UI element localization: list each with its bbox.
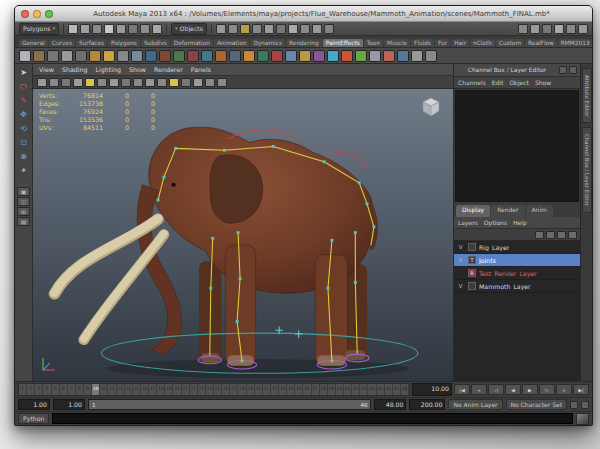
- panel-menu-view[interactable]: View: [39, 66, 54, 73]
- status-icon[interactable]: [140, 24, 150, 34]
- panel-menu-shading[interactable]: Shading: [62, 66, 88, 73]
- shelf-tab-realflow[interactable]: RealFlow: [525, 39, 557, 47]
- status-icon[interactable]: [324, 24, 334, 34]
- move-tool[interactable]: ✥: [17, 108, 31, 121]
- shelf-tab-hair[interactable]: Hair: [451, 39, 469, 47]
- current-time-field[interactable]: 10.00: [412, 383, 452, 396]
- shelf-icon[interactable]: [271, 50, 283, 62]
- layer-visibility-toggle[interactable]: V: [456, 257, 465, 263]
- status-icon[interactable]: [104, 24, 114, 34]
- shelf-tab-general[interactable]: General: [19, 39, 48, 47]
- timeline-frame-16[interactable]: 16: [141, 384, 149, 395]
- close-button[interactable]: [21, 10, 29, 18]
- panel-toolbar-icon[interactable]: [145, 78, 155, 87]
- timeline-frame-3[interactable]: 3: [35, 384, 43, 395]
- auto-keyframe-icon[interactable]: [570, 401, 578, 409]
- status-icon[interactable]: [578, 24, 588, 34]
- timeline-frame-22[interactable]: 22: [190, 384, 198, 395]
- timeline-frame-27[interactable]: 27: [230, 384, 238, 395]
- timeline-frame-8[interactable]: 8: [76, 384, 84, 395]
- panel-toolbar-icon[interactable]: [181, 78, 191, 87]
- select-tool[interactable]: ➤: [17, 66, 31, 79]
- shelf-tab-curves[interactable]: Curves: [49, 39, 75, 47]
- character-set-menu[interactable]: No Character Set: [506, 399, 567, 410]
- channel-box-menu-channels[interactable]: Channels: [458, 79, 486, 86]
- layer-visibility-toggle[interactable]: V: [456, 283, 465, 289]
- timeline-frame-37[interactable]: 37: [312, 384, 320, 395]
- shelf-icon[interactable]: [327, 50, 339, 62]
- empty-layer-icon[interactable]: [557, 231, 566, 239]
- status-icon[interactable]: [264, 24, 274, 34]
- timeline-frame-21[interactable]: 21: [182, 384, 190, 395]
- shelf-icon[interactable]: [187, 50, 199, 62]
- timeline-frame-48[interactable]: 48: [401, 384, 409, 395]
- shelf-icon[interactable]: [61, 50, 73, 62]
- timeline-frame-20[interactable]: 20: [173, 384, 181, 395]
- shelf-tab-dynamics[interactable]: Dynamics: [250, 39, 285, 47]
- step-forward-frame-button[interactable]: ▷: [539, 384, 555, 395]
- new-layer-icon[interactable]: [568, 231, 577, 239]
- play-forwards-button[interactable]: ▶: [522, 384, 538, 395]
- go-to-end-button[interactable]: ▶|: [573, 384, 589, 395]
- shelf-tab-polygons[interactable]: Polygons: [108, 39, 140, 47]
- shelf-tab-custom[interactable]: Custom: [496, 39, 524, 47]
- timeline-frame-33[interactable]: 33: [279, 384, 287, 395]
- layer-row[interactable]: VTJoints: [454, 254, 580, 267]
- status-icon[interactable]: [252, 24, 262, 34]
- shelf-icon[interactable]: [131, 50, 143, 62]
- minimize-button[interactable]: [33, 10, 41, 18]
- animation-preferences-icon[interactable]: [581, 401, 589, 409]
- timeline-frame-45[interactable]: 45: [377, 384, 385, 395]
- timeline-frame-4[interactable]: 4: [43, 384, 51, 395]
- shelf-icon[interactable]: [313, 50, 325, 62]
- command-line-input[interactable]: [52, 413, 573, 424]
- panel-menu-lighting[interactable]: Lighting: [96, 66, 121, 73]
- shelf-icon[interactable]: [201, 50, 213, 62]
- timeline-frame-17[interactable]: 17: [149, 384, 157, 395]
- layout-button[interactable]: ◫: [17, 197, 30, 206]
- shelf-icon[interactable]: [117, 50, 129, 62]
- panel-toolbar-icon[interactable]: [85, 78, 95, 87]
- panel-menu-panels[interactable]: Panels: [191, 66, 211, 73]
- timeline-frame-31[interactable]: 31: [263, 384, 271, 395]
- status-icon[interactable]: [530, 24, 540, 34]
- step-forward-key-button[interactable]: »: [556, 384, 572, 395]
- panel-toolbar-icon[interactable]: [205, 78, 215, 87]
- animation-end-field[interactable]: 200.00: [409, 399, 445, 410]
- timeline-frame-7[interactable]: 7: [68, 384, 76, 395]
- time-slider[interactable]: 1234567891011121314151617181920212223242…: [18, 383, 410, 396]
- panel-menu-renderer[interactable]: Renderer: [154, 66, 183, 73]
- shelf-icon[interactable]: [243, 50, 255, 62]
- shelf-icon[interactable]: [383, 50, 395, 62]
- shelf-icon[interactable]: [75, 50, 87, 62]
- title-bar[interactable]: Autodesk Maya 2013 x64 : /Volumes/Elemen…: [15, 6, 592, 22]
- shelf-tab-subdivs[interactable]: Subdivs: [141, 39, 170, 47]
- go-to-start-button[interactable]: |◀: [454, 384, 470, 395]
- layout-button[interactable]: ▤: [17, 217, 30, 226]
- panel-toolbar-icon[interactable]: [133, 78, 143, 87]
- timeline-frame-30[interactable]: 30: [255, 384, 263, 395]
- timeline-frame-29[interactable]: 29: [247, 384, 255, 395]
- playback-start-field[interactable]: 1.00: [53, 399, 85, 410]
- timeline-frame-1[interactable]: 1: [19, 384, 27, 395]
- shelf-tab-muscle[interactable]: Muscle: [384, 39, 410, 47]
- panel-toolbar-icon[interactable]: [73, 78, 83, 87]
- status-icon[interactable]: [68, 24, 78, 34]
- timeline-frame-25[interactable]: 25: [214, 384, 222, 395]
- shelf-icon[interactable]: [369, 50, 381, 62]
- shelf-icon[interactable]: [159, 50, 171, 62]
- shelf-icon[interactable]: [89, 50, 101, 62]
- panel-toolbar-icon[interactable]: [169, 78, 179, 87]
- layer-type-box[interactable]: [468, 243, 476, 251]
- status-icon[interactable]: [288, 24, 298, 34]
- layout-button[interactable]: ▣: [17, 187, 30, 196]
- status-icon[interactable]: [300, 24, 310, 34]
- shelf-icon[interactable]: [285, 50, 297, 62]
- range-slider-track[interactable]: 1 48: [88, 399, 371, 410]
- timeline-frame-34[interactable]: 34: [287, 384, 295, 395]
- status-icon[interactable]: [240, 24, 250, 34]
- shelf-tab-painteffects[interactable]: PaintEffects: [323, 39, 363, 47]
- timeline-frame-14[interactable]: 14: [125, 384, 133, 395]
- shelf-tab-surfaces[interactable]: Surfaces: [76, 39, 107, 47]
- timeline-frame-10[interactable]: 10: [92, 384, 100, 395]
